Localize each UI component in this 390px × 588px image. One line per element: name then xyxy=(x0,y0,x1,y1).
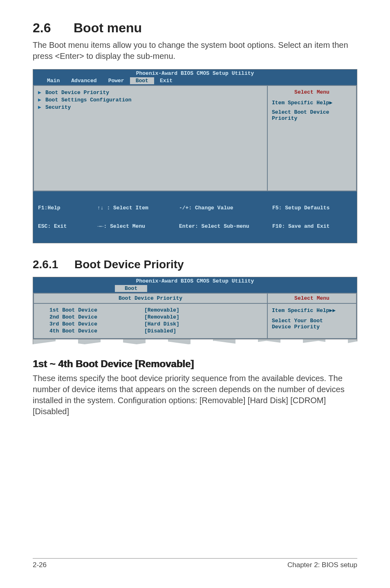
boot-device-2[interactable]: 2nd Boot Device [Removable] xyxy=(38,314,263,320)
bios-title: Phoenix-Award BIOS CMOS Setup Utility xyxy=(33,70,357,77)
subsection-title: Boot Device Priority xyxy=(74,258,184,271)
bios-menu-list: ▶ Boot Device Priority ▶ Boot Settings C… xyxy=(33,85,267,191)
bios2-item-specific: Item Specific Help▶▶ xyxy=(272,307,352,314)
device-label: 2nd Boot Device xyxy=(38,314,144,320)
body-text: These items specify the boot device prio… xyxy=(33,373,357,417)
boot-device-4[interactable]: 4th Boot Device [Disabled] xyxy=(38,328,263,334)
section-heading: 2.6Boot menu xyxy=(33,20,357,36)
tab-main[interactable]: Main xyxy=(41,77,65,84)
submenu-arrow-icon: ▶ xyxy=(38,89,45,96)
submenu-arrow-icon: ▶ xyxy=(38,97,45,103)
bios2-title: Phoenix-Award BIOS CMOS Setup Utility xyxy=(33,277,357,285)
chapter-label: Chapter 2: BIOS setup xyxy=(287,561,357,569)
section-number: 2.6 xyxy=(33,20,74,36)
device-label: 1st Boot Device xyxy=(38,307,144,313)
key-change: -/+: Change Value xyxy=(179,205,272,211)
key-leftright: →←: Select Menu xyxy=(97,223,179,229)
bios-help-panel: Select Menu Item Specific Help▶ Select B… xyxy=(267,85,357,191)
bios2-left-panel: Boot Device Priority 1st Boot Device [Re… xyxy=(33,293,267,339)
subsection-heading: 2.6.1Boot Device Priority xyxy=(33,258,357,271)
bios2-select-menu: Select Menu xyxy=(268,294,356,304)
device-value: [Disabled] xyxy=(144,328,176,334)
page-number: 2-26 xyxy=(33,561,47,569)
menu-item-boot-settings-config[interactable]: ▶ Boot Settings Configuration xyxy=(38,97,263,103)
page-footer: 2-26 Chapter 2: BIOS setup xyxy=(33,558,357,569)
bios2-tab-bar: Boot xyxy=(33,285,357,293)
tab-boot[interactable]: Boot xyxy=(130,77,154,84)
bios2-help-desc1: Select Your Boot xyxy=(272,318,352,324)
menu-label: Boot Settings Configuration xyxy=(45,97,132,103)
device-value: [Removable] xyxy=(144,314,179,320)
key-f10: F10: Save and Exit xyxy=(272,223,352,229)
menu-label: Boot Device Priority xyxy=(45,90,109,96)
section-title: Boot menu xyxy=(74,20,142,35)
key-enter: Enter: Select Sub-menu xyxy=(179,223,272,229)
bios2-item-specific-text: Item Specific Help xyxy=(272,307,329,314)
bios-footer: F1:Help ESC: Exit ↑↓ : Select Item →←: S… xyxy=(33,191,357,243)
help-select-menu: Select Menu xyxy=(272,89,352,95)
menu-item-boot-device-priority[interactable]: ▶ Boot Device Priority xyxy=(38,89,263,96)
intro-text: The Boot menu items allow you to change … xyxy=(33,40,357,62)
tab-advanced[interactable]: Advanced xyxy=(65,77,102,84)
key-esc: ESC: Exit xyxy=(38,223,97,229)
torn-edge-icon xyxy=(33,339,357,344)
device-label: 3rd Boot Device xyxy=(38,321,144,327)
bios2-help-desc2: Device Priority xyxy=(272,324,352,330)
help-arrow-icon: ▶▶ xyxy=(329,307,336,314)
bios-boot-menu: Phoenix-Award BIOS CMOS Setup Utility Ma… xyxy=(33,69,357,243)
submenu-arrow-icon: ▶ xyxy=(38,104,45,110)
bios-tab-bar: Main Advanced Power Boot Exit xyxy=(33,77,357,85)
device-value: [Removable] xyxy=(144,307,179,313)
subsection-number: 2.6.1 xyxy=(33,258,74,271)
tab-boot[interactable]: Boot xyxy=(115,285,147,292)
key-f1: F1:Help xyxy=(38,205,97,211)
tab-power[interactable]: Power xyxy=(103,77,130,84)
subitem-heading: 1st ~ 4th Boot Device [Removable] xyxy=(33,358,357,370)
bios2-help-panel: Select Menu Item Specific Help▶▶ Select … xyxy=(267,293,357,339)
help-item-specific: Item Specific Help▶ xyxy=(272,99,352,106)
tab-exit[interactable]: Exit xyxy=(154,77,178,84)
key-f5: F5: Setup Defaults xyxy=(272,205,352,211)
device-value: [Hard Disk] xyxy=(144,321,179,327)
boot-device-3[interactable]: 3rd Boot Device [Hard Disk] xyxy=(38,321,263,327)
menu-label: Security xyxy=(45,104,71,110)
key-updown: ↑↓ : Select Item xyxy=(97,205,179,211)
help-description: Select Boot Device Priority xyxy=(272,109,352,121)
boot-device-1[interactable]: 1st Boot Device [Removable] xyxy=(38,307,263,313)
device-label: 4th Boot Device xyxy=(38,328,144,334)
help-arrow-icon: ▶ xyxy=(329,100,332,106)
bios2-left-header: Boot Device Priority xyxy=(34,294,267,304)
bios-boot-device-priority: Phoenix-Award BIOS CMOS Setup Utility Bo… xyxy=(33,277,357,339)
help-item-specific-text: Item Specific Help xyxy=(272,100,329,106)
menu-item-security[interactable]: ▶ Security xyxy=(38,104,263,110)
